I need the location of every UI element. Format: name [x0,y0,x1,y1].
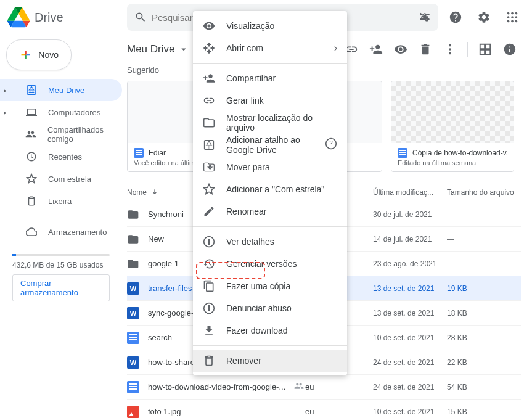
more-button[interactable] [439,38,461,60]
docs-icon [398,148,407,158]
buy-storage-button[interactable]: Comprar armazenamento [12,274,110,301]
menu-star[interactable]: Adicionar a "Com estrela" [193,178,347,200]
file-name: New [148,234,164,244]
expand-icon[interactable]: ▸ [4,87,10,94]
nav-computers[interactable]: ▸ Computadores [0,101,122,123]
new-button[interactable]: Novo [6,39,72,70]
info-icon [203,236,215,248]
versions-icon [203,258,215,270]
file-row[interactable]: foto 1.jpgeu10 de set. de 202115 KB [127,400,521,418]
svg-point-14 [449,52,451,55]
menu-info[interactable]: Ver detalhes [193,231,347,253]
nav-storage[interactable]: ▸ Armazenamento [0,221,122,243]
shortcut-icon: + [203,139,215,151]
chevron-down-icon [178,44,189,55]
share-icon [203,72,215,84]
storage-bar [12,254,110,256]
menu-download[interactable]: Fazer download [193,319,347,342]
copy-icon [203,280,215,292]
help-icon[interactable] [443,5,468,30]
svg-text:?: ? [329,140,333,147]
plus-icon [19,46,32,64]
img-icon [127,406,139,418]
svg-point-12 [449,44,451,47]
svg-point-1 [422,16,424,18]
docs-icon [134,148,144,158]
menu-share[interactable]: Compartilhar [193,67,347,89]
menu-shortcut[interactable]: +Adicionar atalho ao Google Drive? [193,134,347,156]
menu-folder[interactable]: Mostrar localização do arquivo [193,112,347,134]
move-icon [203,161,215,173]
storage-text: 432,6 MB de 15 GB usados [12,261,110,269]
menu-link[interactable]: Gerar link [193,89,347,112]
nav-shared[interactable]: ▸ Compartilhados comigo [0,123,122,145]
nav-my-drive[interactable]: ▸ Meu Drive [0,79,122,101]
svg-point-8 [515,16,518,18]
trash-icon [26,195,37,207]
menu-move[interactable]: Mover para [193,156,347,178]
menu-report[interactable]: Denunciar abuso [193,297,347,319]
expand-icon[interactable]: ▸ [4,109,10,116]
delete-button[interactable] [414,38,436,60]
svg-point-9 [507,20,510,23]
search-icon [134,11,147,23]
gdoc-icon [127,332,139,344]
menu-rename[interactable]: Renomear [193,200,347,223]
trash-icon [203,354,215,367]
sort-down-icon [150,188,159,197]
drive-icon [26,84,37,96]
report-icon [203,302,215,314]
gdoc-icon [127,381,139,393]
open-icon [203,42,215,54]
help-badge-icon: ? [325,137,337,152]
word-icon [127,356,139,369]
shared-icon [294,381,304,393]
nav-starred[interactable]: ▸ Com estrela [0,168,122,190]
svg-point-11 [515,20,518,23]
download-icon [203,324,215,337]
breadcrumb[interactable]: Meu Drive [127,43,189,55]
menu-open[interactable]: Abrir com› [193,37,347,59]
file-name: search [148,333,172,342]
svg-text:+: + [208,144,211,150]
eye-icon [203,20,215,32]
menu-trash[interactable]: Remover [193,350,347,372]
svg-point-10 [511,20,514,23]
settings-icon[interactable] [472,5,496,30]
rename-icon [203,205,215,218]
file-name: Synchroni [148,210,184,219]
nav-recent[interactable]: ▸ Recentes [0,145,122,168]
suggested-card[interactable]: Cópia de how-to-download-v... Editado na… [391,81,514,172]
folder-icon [127,258,139,270]
svg-point-7 [511,16,514,18]
link-icon [203,94,215,107]
view-grid-button[interactable] [474,38,496,60]
app-name: Drive [35,10,63,25]
preview-button[interactable] [390,38,412,60]
folder-icon [127,208,139,221]
file-name: how-to-download-video-from-google-... [148,382,285,391]
search-filter-icon[interactable] [419,11,431,23]
file-name: google 1 [148,259,179,268]
info-button[interactable] [499,38,521,60]
svg-point-3 [507,12,510,15]
drive-logo-icon [7,6,30,28]
file-row[interactable]: how-to-download-video-from-google-...eu2… [127,375,521,400]
cloud-icon [26,226,37,237]
clock-icon [26,151,37,162]
folder-icon [203,117,215,129]
computer-icon [26,107,37,118]
apps-icon[interactable] [500,5,525,30]
logo[interactable]: Drive [7,6,122,28]
svg-point-6 [507,16,510,18]
shared-icon [25,129,36,140]
nav-trash[interactable]: ▸ Lixeira [0,190,122,212]
svg-point-2 [426,19,428,21]
file-name: foto 1.jpg [148,407,181,416]
submenu-arrow-icon: › [334,43,337,54]
svg-point-13 [449,48,451,51]
menu-copy[interactable]: Fazer uma cópia [193,275,347,297]
menu-eye[interactable]: Visualização [193,15,347,37]
menu-versions[interactable]: Gerenciar versões [193,253,347,275]
share-button[interactable] [365,38,387,60]
